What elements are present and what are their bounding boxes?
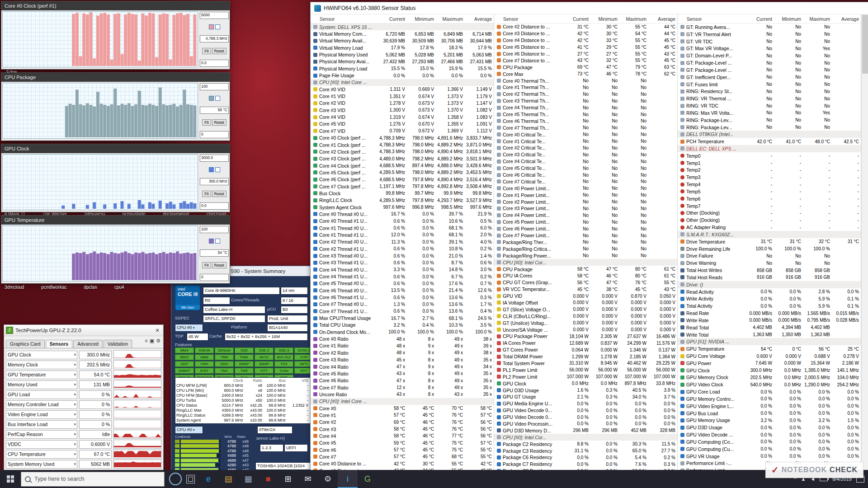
series-color-swatch[interactable] [209, 239, 214, 244]
sensor-row[interactable]: Package C3 Residency31.1 %0.0 %65.0 %27.… [494, 447, 677, 454]
sensor-row[interactable]: Core Max73 °C46 °C78 °C62 °C [494, 70, 677, 77]
sensor-section-row[interactable]: DELL EC: DELL XPS ... [678, 145, 861, 152]
gpuz-sensor-name[interactable]: GPU Load [6, 390, 77, 399]
sensor-row[interactable]: Write Activity0.0 %0.0 %5.9 %0.1 % [678, 295, 861, 302]
sensor-section-row[interactable]: Drive: () [678, 281, 861, 288]
fit-button[interactable]: Fit [202, 48, 211, 54]
graph-max-input[interactable]: 100 [200, 226, 229, 233]
tab-validation[interactable]: Validation [104, 340, 132, 348]
sensor-row[interactable]: GPU Computing (Cu...0.0 %0.0 %0.0 %0.0 % [678, 446, 861, 453]
red-app-taskbar-button[interactable]: ■ [258, 470, 278, 488]
sensor-row[interactable]: Core #0 Clock (perf ...4,788.3 MHz798.0 … [311, 135, 494, 141]
gpuz-sensor-name[interactable]: VDDC [6, 440, 77, 449]
sensor-row[interactable]: GT: Domain-Level P...NoNoNo [678, 52, 861, 59]
sensor-row[interactable]: Core #2 VID1.278 V0.673 V1.373 V1.147 V [311, 100, 494, 107]
sensor-row[interactable]: Core #2 Ratio48 x9 x49 x38 x [311, 349, 494, 356]
sensor-row[interactable]: Core #4 Ratio47 x9 x49 x34 x [311, 363, 494, 370]
sensor-row[interactable]: Core #7 Thermal Th...NoNoNo [494, 124, 677, 131]
sensor-row[interactable]: GPU Video Engine L...0.0 %0.0 %0.0 %0.0 … [678, 403, 861, 410]
sensor-row[interactable]: RING: Max VR Volta...NoNoYes [678, 109, 861, 117]
sensor-row[interactable]: RING: Package-Lev...NoNoNo [678, 117, 861, 124]
sensor-row[interactable]: Core #5 Thread #0 U...0.6 %0.0 %17.6 %0.… [311, 280, 494, 287]
column-header[interactable]: Average [648, 16, 677, 22]
graph-min-input[interactable]: 0 [200, 274, 229, 281]
sensor-row[interactable]: Core #4 Power Limit...NoNoNo [494, 212, 677, 219]
hwinfo-taskbar-button[interactable]: i [338, 470, 358, 488]
sensor-row[interactable]: Temp7---- [678, 202, 861, 210]
sensor-row[interactable]: Core #3 Clock (perf ...4,489.0 MHz798.2 … [311, 155, 494, 162]
sensor-row[interactable]: Virtual Memory Load17.9 %17.8 %18.3 %17.… [311, 44, 494, 51]
sensor-row[interactable]: Core #2 Thread #0 U...11.3 %0.0 %39.1 %4… [311, 239, 494, 245]
sensor-row[interactable]: Temp6---- [678, 195, 861, 202]
sensor-row[interactable]: Core #3 Thread #1 U...0.6 %0.0 %8.7 %0.6… [311, 259, 494, 266]
sensor-row[interactable]: Core #6 Distance to ...27 °C27 °C55 °C43… [494, 51, 677, 57]
scrollbar[interactable] [861, 14, 868, 474]
sensor-row[interactable]: GPU Computing (Co...0.0 %0.0 %0.0 %0.0 % [678, 438, 861, 446]
sensor-row[interactable]: Core #6 Thread #1 U...0.6 %0.0 %13.6 %0.… [311, 294, 494, 300]
sensor-row[interactable]: Temp5---- [678, 188, 861, 195]
sensor-row[interactable]: IA Voltage Offset0.000 V0.000 V0.000 V0.… [494, 300, 677, 306]
sensor-row[interactable]: VR VCC Temperatur...45 °C38 °C45 °C43 °C [494, 286, 677, 293]
sensor-row[interactable]: GPU Video Clock540.0 MHz0.0 MHz1,290.0 M… [678, 381, 861, 388]
sensor-row[interactable]: Core #0 VID1.311 V0.669 V1.366 V1.149 V [311, 86, 494, 93]
sensor-row[interactable]: Core #4 Distance to ...42 °C33 °C55 °C45… [494, 37, 677, 44]
tab-advanced[interactable]: Advanced [73, 340, 103, 348]
sensor-row[interactable]: Drive Temperature31 °C31 °C32 °C31 °C [678, 238, 861, 245]
sensor-row[interactable]: Core #269 °C46 °C76 °C56 °C [311, 419, 494, 426]
sensor-row[interactable]: Total DRAM Power1.299 W1.278 W2.185 W1.3… [494, 353, 677, 360]
sensor-row[interactable]: Core #5 Clock (perf ...4,289.5 MHz798.0 … [311, 169, 494, 176]
sensor-row[interactable]: Virtual Memory Com...6,720 MB6,653 MB6,8… [311, 30, 494, 37]
sensor-row[interactable]: CLR (CBo/LLC/Ring)...0.000 V0.000 V0.000… [494, 313, 677, 319]
sensor-row[interactable]: Core #6 Critical Te...NoNoNo [494, 172, 677, 178]
sensor-row[interactable]: Core #5 Ratio43 x8 x49 x35 x [311, 370, 494, 377]
column-header[interactable]: Current [561, 16, 590, 22]
gpuz-sensor-name[interactable]: Memory Clock [6, 361, 77, 369]
sensor-row[interactable]: Core #1 Power Limit...NoNoNo [494, 192, 677, 198]
sensor-row[interactable]: Package/Ring Power...NoNoNo [494, 252, 677, 259]
sensor-row[interactable]: IA Cores Power12.689 W0.837 W24.299 W11.… [494, 340, 677, 347]
sensor-row[interactable]: Read Rate0.000 MB/s0.000 MB/s1.565 MB/s0… [678, 310, 861, 317]
graph-max-input[interactable]: 3000.0 [200, 155, 229, 162]
sensor-row[interactable]: Core #2 Thermal Th...NoNoNo [494, 91, 677, 98]
sensor-row[interactable]: Ring/LLC Clock4,289.5 MHz797.8 MHz4,293.… [311, 197, 494, 204]
cortana-icon[interactable] [169, 473, 182, 485]
sensor-row[interactable]: Core #3 Power Limit...NoNoNo [494, 205, 677, 212]
tab-graphics-card[interactable]: Graphics Card [6, 340, 45, 348]
search-input[interactable]: Type here to search [21, 472, 165, 487]
scrollbar-thumb[interactable] [862, 15, 868, 74]
sensor-row[interactable]: RING: Residency St...NoNoNo [678, 88, 861, 95]
sensor-row[interactable]: Core #2 Critical Te...NoNoNo [494, 145, 677, 151]
sensor-row[interactable]: Core #2 Clock (perf ...4,788.3 MHz798.0 … [311, 148, 494, 155]
sensor-row[interactable]: GPU GT Usage2.1 %0.3 %34.0 %3.7 % [494, 394, 677, 400]
sensor-row[interactable]: Max CPU/Thread Usage16.7 %2.7 %68.1 %24.… [311, 314, 494, 321]
column-header[interactable]: Sensor [678, 16, 745, 22]
sensor-row[interactable]: Core #7 VID0.709 V0.672 V1.369 V1.112 V [311, 127, 494, 134]
sensor-row[interactable]: Core #7 Thread #1 U...0.6 %0.0 %13.6 %0.… [311, 308, 494, 314]
sensor-row[interactable]: Core #3 Thread #0 U...0.6 %0.0 %21.0 %1.… [311, 252, 494, 259]
sensor-row[interactable]: Core #0 Thread #1 U...0.6 %0.0 %10.6 %0.… [311, 218, 494, 225]
sensor-section-row[interactable]: CPU [#0]: Intel Cor... [494, 434, 677, 441]
gpuz-sensor-name[interactable]: Memory Controller Load [6, 400, 77, 409]
sensor-row[interactable]: GPU VR Usage0.0 %0.0 %0.0 %0.0 % [678, 453, 861, 460]
series-color-swatch[interactable] [215, 167, 220, 172]
sensor-row[interactable]: Temp1---- [678, 160, 861, 167]
sensor-row[interactable]: Core #7 Ratio12 x8 x49 x35 x [311, 384, 494, 391]
sensor-row[interactable]: GPU D3D Memory D...296 MB296 MB452 MB328… [494, 427, 677, 434]
sensor-row[interactable]: GPU Video Processin...0.0 %0.0 %0.0 %0.0… [494, 421, 677, 427]
sensor-row[interactable]: Core #2 Distance to ...31 °C30 °C55 °C44… [494, 23, 677, 30]
sensor-row[interactable]: Core #0 Thermal Th...NoNoNo [494, 77, 677, 84]
sensor-row[interactable]: RING: Package-Lev...NoNoNo [678, 124, 861, 131]
sensor-section-row[interactable]: System: DELL XPS 15 ... [311, 23, 494, 30]
desktop-icon-label[interactable]: cpu4 [114, 285, 124, 290]
sensor-row[interactable]: CPU Package58 °C47 °C80 °C61 °C [494, 266, 677, 272]
sensor-row[interactable]: Temp3---- [678, 174, 861, 181]
sensor-section-row[interactable]: CPU [#0]: Intel Core ... [311, 398, 494, 405]
reset-button[interactable]: Reset [212, 119, 226, 126]
sensor-row[interactable]: GPU Video Decode 0...0.0 %0.0 %0.0 %0.0 … [494, 414, 677, 421]
sensor-row[interactable]: GPU Core Voltage0.600 V0.000 V0.688 V0.2… [678, 352, 861, 360]
sensor-row[interactable]: Total Host Writes858 GB858 GB858 GB [678, 267, 861, 274]
sensor-row[interactable]: Core #5 Thermal Th...NoNoNo [494, 111, 677, 118]
sensor-row[interactable]: GPU Video Decode 0...0.0 %0.0 %0.0 %0.0 … [494, 407, 677, 414]
column-header[interactable]: Minimum [407, 16, 436, 22]
sensor-row[interactable]: Core #5 VID1.276 V0.670 V1.355 V1.091 V [311, 121, 494, 127]
